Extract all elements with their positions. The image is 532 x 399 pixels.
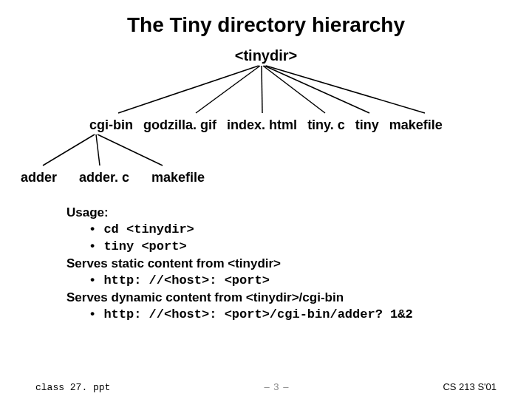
node-makefile2: makefile <box>151 170 205 185</box>
slide-footer: class 27. ppt – 3 – CS 213 S'01 <box>0 381 532 393</box>
usage-tiny: tiny <port> <box>89 239 532 256</box>
svg-line-5 <box>266 66 425 113</box>
svg-line-4 <box>265 66 369 113</box>
node-makefile1: makefile <box>389 117 443 133</box>
footer-course: CS 213 S'01 <box>443 381 497 392</box>
node-godzilla: godzilla. gif <box>143 117 216 133</box>
dynamic-url: http: //<host>: <port>/cgi-bin/adder? 1&… <box>89 307 532 324</box>
tree-connectors-level1 <box>37 64 495 116</box>
svg-line-2 <box>262 66 262 113</box>
node-tiny: tiny <box>355 117 379 133</box>
tree-level1: cgi-bin godzilla. gif index. html tiny. … <box>0 117 532 133</box>
node-adder: adder <box>21 170 57 185</box>
slide-title: The Tiny directory hierarchy <box>0 0 532 37</box>
dynamic-heading: Serves dynamic content from <tinydir>/cg… <box>66 290 532 307</box>
node-cgi-bin: cgi-bin <box>89 117 133 133</box>
svg-line-7 <box>96 134 100 166</box>
tree-level2: adder adder. c makefile <box>21 170 532 185</box>
usage-cd: cd <tinydir> <box>89 222 532 239</box>
usage-block: Usage: cd <tinydir> tiny <port> Serves s… <box>66 205 532 324</box>
footer-filename: class 27. ppt <box>35 382 110 393</box>
tree-root: <tinydir> <box>0 47 532 64</box>
usage-heading: Usage: <box>66 205 532 222</box>
node-tinyc: tiny. c <box>307 117 345 133</box>
svg-line-6 <box>43 134 95 166</box>
svg-line-0 <box>118 66 259 113</box>
tree-connectors-level2 <box>15 133 473 168</box>
static-heading: Serves static content from <tinydir> <box>66 256 532 273</box>
svg-line-8 <box>98 134 163 166</box>
svg-line-1 <box>196 66 260 113</box>
node-adderc: adder. c <box>79 170 129 185</box>
footer-page: – 3 – <box>264 381 289 392</box>
node-index: index. html <box>227 117 297 133</box>
static-url: http: //<host>: <port> <box>89 273 532 290</box>
